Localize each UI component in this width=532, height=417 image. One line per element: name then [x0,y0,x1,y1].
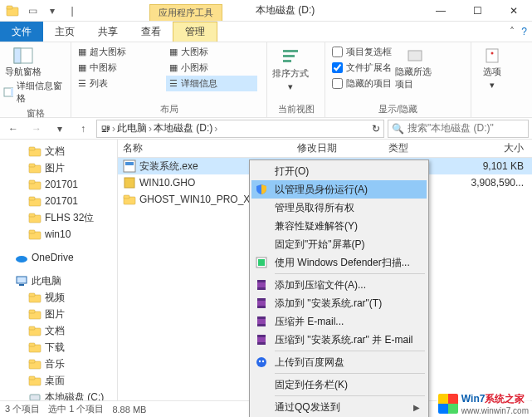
tree-item[interactable]: win10 [0,226,117,243]
chk-item-checkboxes[interactable]: 项目复选框 [329,44,395,60]
forward-button[interactable]: → [27,119,46,139]
nav-pane-button[interactable]: 导航窗格 [3,44,43,78]
col-modified[interactable]: 修改日期 [292,141,383,155]
menu-item[interactable]: 添加到 "安装系统.rar"(T) [251,294,427,312]
tree-item[interactable]: 下载 [0,339,117,356]
back-button[interactable]: ← [3,119,23,139]
menu-item[interactable]: 压缩并 E-mail... [251,312,427,331]
layout-medium[interactable]: ▦ 中图标 [75,60,166,76]
detail-pane-button[interactable]: 详细信息窗格 [3,78,67,106]
tab-share[interactable]: 共享 [86,22,129,42]
tree-item[interactable]: 此电脑 [0,272,117,289]
blank-icon [253,218,270,233]
tree-item[interactable]: FLHS 32位 [0,209,117,226]
layout-details[interactable]: ☰ 详细信息 [166,76,257,91]
tree-item[interactable]: 文档 [0,322,117,339]
folder-icon [28,357,41,370]
svg-rect-54 [257,324,266,326]
col-name[interactable]: 名称 [118,141,292,155]
tree-item[interactable]: 图片 [0,306,117,322]
recent-dropdown[interactable]: ▾ [50,119,70,139]
layout-list[interactable]: ☰ 列表 [75,76,166,91]
folder-icon [28,374,41,387]
svg-rect-8 [283,60,291,62]
watermark: Win7系统之家 www.winwin7.com [437,392,530,415]
tree-item[interactable]: 201701 [0,193,117,209]
menu-item[interactable]: 兼容性疑难解答(Y) [251,217,427,235]
menu-item[interactable]: 固定到"开始"屏幕(P) [251,235,427,253]
tab-home[interactable]: 主页 [43,22,86,42]
layout-xlarge[interactable]: ▦ 超大图标 [75,44,166,60]
hide-items-button[interactable]: 隐藏所选项目 [395,44,435,91]
chk-file-ext[interactable]: 文件扩展名 [329,60,395,76]
watermark-logo-icon [438,394,458,414]
layout-small[interactable]: ▦ 小图标 [166,60,257,76]
folder-icon [28,178,41,191]
properties-icon[interactable]: ▭ [23,2,41,20]
rar-icon [253,314,270,329]
tree-item[interactable]: 图片 [0,159,117,176]
tree-item[interactable]: 视频 [0,289,117,306]
exe-icon [123,159,136,173]
context-menu[interactable]: 打开(O)以管理员身份运行(A)管理员取得所有权兼容性疑难解答(Y)固定到"开始… [249,159,429,417]
ribbon-collapse-icon[interactable]: ˄ [510,26,515,37]
nav-tree[interactable]: 文档图片201701201701FLHS 32位win10OneDrive此电脑… [0,140,118,400]
menu-item[interactable]: 管理员取得所有权 [251,199,427,217]
tree-item[interactable]: 201701 [0,176,117,193]
svg-rect-32 [29,326,35,330]
breadcrumb[interactable]: 🖳 › 此电脑 › 本地磁盘 (D:) › ↻ [96,120,384,138]
column-headers[interactable]: 名称 修改日期 类型 大小 [118,140,532,158]
maximize-button[interactable]: ☐ [459,0,495,21]
svg-rect-10 [486,49,498,62]
menu-item[interactable]: 以管理员身份运行(A) [251,180,427,199]
tree-item[interactable]: OneDrive [0,249,117,266]
qat-dropdown-icon[interactable]: ▾ [43,2,61,20]
tree-item[interactable]: 本地磁盘 (C:) [0,389,117,400]
up-button[interactable]: ↑ [73,119,93,139]
gho-icon [123,176,136,189]
address-bar: ← → ▾ ↑ 🖳 › 此电脑 › 本地磁盘 (D:) › ↻ 🔍 搜索"本地磁… [0,118,532,140]
chk-hidden-items[interactable]: 隐藏的项目 [329,76,395,91]
crumb-current[interactable]: 本地磁盘 (D:) [154,121,212,135]
tree-item[interactable]: 桌面 [0,372,117,389]
defender-icon [253,255,270,270]
svg-point-24 [16,256,27,262]
sort-button[interactable]: 排序方式▾ [271,44,310,92]
help-icon[interactable]: ? [521,26,527,37]
svg-rect-56 [257,335,266,337]
folder-icon [28,211,41,224]
col-type[interactable]: 类型 [383,141,450,155]
tab-view[interactable]: 查看 [129,22,173,42]
tab-manage[interactable]: 管理 [173,22,217,42]
options-button[interactable]: 选项▾ [475,44,510,91]
search-box[interactable]: 🔍 搜索"本地磁盘 (D:)" [388,120,529,138]
menu-item[interactable]: 上传到百度网盘 [251,353,427,371]
folder-icon [28,341,41,354]
svg-rect-51 [257,306,266,308]
col-size[interactable]: 大小 [450,141,532,155]
close-button[interactable]: ✕ [495,0,532,21]
search-icon: 🔍 [392,123,404,135]
svg-rect-47 [257,280,266,282]
onedrive-icon [15,251,28,264]
menu-item[interactable]: 添加到压缩文件(A)... [251,276,427,294]
svg-rect-21 [29,213,35,217]
menu-item[interactable]: 打开(O) [251,162,427,180]
menu-item[interactable]: 压缩到 "安装系统.rar" 并 E-mail [251,331,427,349]
layout-large[interactable]: ▦ 大图标 [166,44,257,60]
crumb-root[interactable]: 此电脑 [117,121,147,135]
menu-item[interactable]: 固定到任务栏(K) [251,375,427,394]
svg-rect-57 [257,342,266,345]
svg-point-58 [256,357,266,367]
tree-item[interactable]: 文档 [0,143,117,159]
refresh-icon[interactable]: ↻ [372,123,380,135]
tab-file[interactable]: 文件 [0,22,43,42]
menu-item[interactable]: 使用 Windows Defender扫描... [251,253,427,272]
svg-point-59 [259,361,261,362]
menu-item[interactable]: 通过QQ发送到▶ [251,398,427,416]
svg-rect-23 [29,230,35,233]
window-title: 本地磁盘 (D:) [222,0,422,21]
folder-icon [28,228,41,241]
tree-item[interactable]: 音乐 [0,356,117,372]
minimize-button[interactable]: — [422,0,459,21]
